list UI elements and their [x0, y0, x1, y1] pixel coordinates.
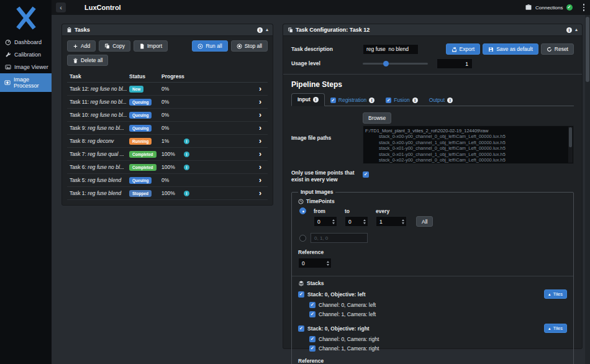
info-icon[interactable]: i — [566, 27, 572, 33]
only-use-checkbox[interactable]: ✓ — [363, 171, 369, 178]
task-row[interactable]: Task 11: reg fuse no bl...Queuing0%› — [67, 96, 268, 109]
caret-up-icon: ▴ — [548, 326, 551, 330]
pattern-radio[interactable] — [299, 235, 306, 242]
channel-checkbox[interactable]: ✓ — [309, 302, 315, 308]
chevron-right-icon[interactable]: › — [259, 189, 268, 197]
window-scrollbar-thumb[interactable] — [586, 17, 589, 82]
delete-all-button[interactable]: Delete all — [67, 55, 108, 66]
to-spinner[interactable]: 0 — [345, 216, 368, 227]
timepoints-reference-spinner[interactable]: 0 — [298, 258, 332, 268]
task-row[interactable]: Task 10: reg fuse no bl...Queuing0%› — [67, 109, 268, 122]
stop-all-button[interactable]: Stop all — [231, 40, 268, 52]
channel-checkbox[interactable]: ✓ — [309, 336, 315, 342]
info-cell: i — [184, 164, 259, 170]
chevron-right-icon[interactable]: › — [259, 85, 268, 93]
chevron-right-icon[interactable]: › — [259, 163, 268, 171]
task-row[interactable]: Task 5: reg fuse blendQueuing0%› — [67, 174, 268, 187]
sidebar-item-dashboard[interactable]: Dashboard — [0, 36, 52, 48]
stacks-label-row: Stacks — [298, 280, 567, 286]
window-scrollbar[interactable] — [585, 15, 590, 364]
status-badge: Running — [129, 138, 152, 145]
input-images-group: Input Images TimePoints — [291, 189, 574, 364]
status-cell: New — [129, 86, 161, 93]
info-icon[interactable]: i — [313, 97, 319, 102]
save-as-default-button[interactable]: Save as default — [483, 43, 538, 55]
slider-handle[interactable] — [383, 61, 389, 66]
info-icon[interactable]: i — [184, 152, 189, 157]
tab-checkbox[interactable]: ✓ — [330, 98, 336, 103]
collapse-caret-icon[interactable]: ▴ — [575, 27, 578, 32]
divider — [283, 74, 582, 75]
add-task-button[interactable]: Add — [67, 40, 96, 52]
channel-checkbox[interactable]: ✓ — [309, 311, 315, 317]
chevron-right-icon[interactable]: › — [259, 137, 268, 145]
task-description-input[interactable] — [363, 44, 419, 55]
info-icon[interactable]: i — [412, 98, 418, 103]
status-cell: Stopped — [129, 190, 161, 197]
info-icon[interactable]: i — [184, 165, 189, 170]
every-spinner[interactable]: 1 — [376, 216, 407, 227]
sidebar: DashboardCalibrationImage ViewerImage Pr… — [0, 0, 52, 364]
chevron-right-icon[interactable]: › — [259, 124, 268, 132]
from-spinner[interactable]: 0 — [314, 216, 337, 227]
paths-scrollbar[interactable] — [568, 127, 573, 163]
tab-fusion[interactable]: ✓Fusioni — [380, 94, 424, 106]
task-label: Task 1: reg fuse blend — [70, 190, 129, 196]
usage-level-slider[interactable] — [363, 63, 428, 65]
task-row[interactable]: Task 12: reg fuse no bl...New0%› — [67, 83, 268, 96]
browse-button[interactable]: Browse — [363, 112, 391, 124]
content-area: Tasks i ▴ Add — [52, 15, 590, 364]
stack-checkbox[interactable]: ✓ — [298, 291, 304, 298]
config-panel-header[interactable]: Task Configuration: Task 12 i ▴ — [283, 24, 582, 36]
chevron-right-icon[interactable]: › — [259, 98, 268, 106]
stacks-label: Stacks — [307, 280, 324, 286]
copy-task-button[interactable]: Copy — [99, 40, 130, 52]
timepoints-pattern-input[interactable] — [311, 233, 368, 243]
reset-button[interactable]: Reset — [541, 43, 574, 55]
collapse-caret-icon[interactable]: ▴ — [266, 27, 268, 32]
connections-label: Connections — [535, 5, 563, 11]
info-icon[interactable]: i — [184, 139, 189, 144]
tab-input[interactable]: Inputi — [291, 93, 325, 106]
channel-label: Channel: 1, Camera: left — [319, 311, 376, 317]
stack-checkbox[interactable]: ✓ — [298, 325, 304, 332]
tab-checkbox[interactable]: ✓ — [386, 98, 391, 103]
chevron-right-icon[interactable]: › — [259, 150, 268, 158]
progress-value: 100% — [161, 190, 184, 196]
layers-icon — [298, 280, 304, 286]
range-radio[interactable] — [299, 207, 306, 214]
usage-level-input[interactable] — [437, 58, 473, 69]
chevron-right-icon[interactable]: › — [259, 111, 268, 119]
info-icon[interactable]: i — [447, 98, 453, 103]
info-icon[interactable]: i — [369, 98, 374, 103]
import-task-button[interactable]: Import — [134, 40, 168, 52]
sidebar-item-image-processor[interactable]: Image Processor — [0, 73, 52, 92]
task-row[interactable]: Task 6: reg fuse no bl...Completed100%i› — [67, 161, 268, 174]
sidebar-item-calibration[interactable]: Calibration — [0, 48, 52, 61]
tiles-button[interactable]: ▴Tiles — [544, 324, 567, 333]
info-icon[interactable]: i — [257, 27, 263, 33]
task-id: Task 10: — [70, 112, 91, 118]
tab-registration[interactable]: ✓Registrationi — [325, 94, 380, 106]
status-cell: Completed — [129, 151, 161, 158]
back-button[interactable]: ‹ — [56, 2, 66, 12]
export-button[interactable]: Export — [446, 43, 481, 55]
task-row[interactable]: Task 9: reg fuse no bl...Queuing0%› — [67, 122, 268, 135]
only-use-label: Only use time points that exist in every… — [291, 170, 360, 183]
tasks-panel-header[interactable]: Tasks i ▴ — [62, 24, 273, 36]
more-menu-button[interactable] — [582, 4, 586, 11]
tiles-button[interactable]: ▴Tiles — [544, 289, 567, 299]
task-row[interactable]: Task 7: reg fuse qual ...Completed100%i› — [67, 148, 268, 161]
channel-checkbox[interactable]: ✓ — [309, 345, 315, 352]
image-file-paths-box[interactable]: F:/TD1_Moni_plant_3_vtiles_2_rot\2020-02… — [363, 125, 574, 164]
info-icon[interactable]: i — [184, 191, 189, 196]
export-icon — [452, 47, 457, 52]
task-row[interactable]: Task 8: reg deconvRunning1%i› — [67, 135, 268, 148]
all-timepoints-button[interactable]: All — [416, 216, 433, 227]
sidebar-item-image-viewer[interactable]: Image Viewer — [0, 61, 52, 73]
tab-output[interactable]: Outputi — [424, 94, 459, 106]
run-all-button[interactable]: Run all — [192, 40, 227, 52]
chevron-right-icon[interactable]: › — [259, 176, 268, 184]
from-label: from — [314, 208, 337, 214]
task-row[interactable]: Task 1: reg fuse blendStopped100%i› — [67, 187, 268, 200]
